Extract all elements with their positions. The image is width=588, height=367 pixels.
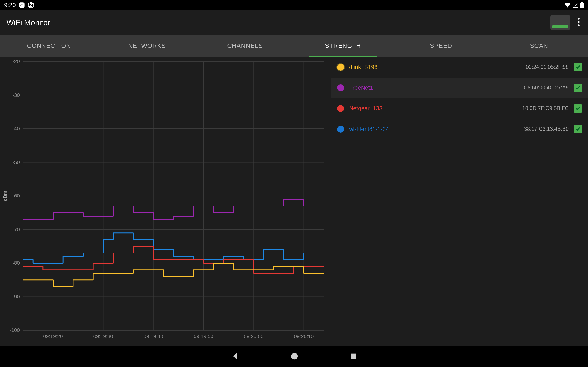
svg-text:09:19:40: 09:19:40: [144, 334, 163, 339]
svg-text:-100: -100: [10, 327, 20, 333]
network-row[interactable]: FreeNet1C8:60:00:4C:27:A5: [331, 77, 588, 98]
svg-text:-50: -50: [12, 159, 20, 165]
network-row[interactable]: Netgear_13310:0D:7F:C9:5B:FC: [331, 98, 588, 119]
svg-text:-30: -30: [12, 92, 20, 98]
tab-channels[interactable]: CHANNELS: [196, 35, 294, 57]
wifi-level-button[interactable]: [550, 15, 570, 30]
svg-point-8: [578, 24, 579, 26]
network-color-dot: [337, 64, 344, 71]
overflow-menu-button[interactable]: [576, 16, 582, 29]
network-color-dot: [337, 126, 344, 133]
network-mac: 10:0D:7F:C9:5B:FC: [522, 105, 569, 111]
wifi-icon: [564, 2, 571, 8]
svg-text:-40: -40: [12, 126, 20, 131]
svg-text:-20: -20: [12, 58, 20, 64]
strength-chart: -20-30-40-50-60-70-80-90-10009:19:2009:1…: [0, 57, 331, 346]
network-name: wl-ftl-mt81-1-24: [349, 126, 519, 132]
tab-scan[interactable]: SCAN: [490, 35, 588, 57]
battery-icon: [580, 2, 584, 8]
svg-point-7: [578, 21, 579, 23]
nav-recent-button[interactable]: [349, 352, 357, 361]
svg-rect-42: [351, 354, 356, 359]
svg-text:dBm: dBm: [2, 191, 8, 201]
app-title: WiFi Monitor: [6, 18, 50, 27]
tab-speed[interactable]: SPEED: [392, 35, 490, 57]
network-row[interactable]: wl-ftl-mt81-1-2438:17:C3:13:4B:B0: [331, 119, 588, 140]
svg-text:-80: -80: [12, 260, 20, 266]
network-color-dot: [337, 105, 344, 112]
svg-rect-5: [581, 2, 583, 3]
svg-text:-90: -90: [12, 294, 20, 300]
svg-point-1: [21, 6, 22, 7]
network-mac: 00:24:01:05:2F:98: [526, 64, 569, 70]
svg-point-6: [578, 18, 579, 20]
tab-bar: CONNECTIONNETWORKSCHANNELSSTRENGTHSPEEDS…: [0, 35, 588, 57]
network-visibility-checkbox[interactable]: [574, 84, 582, 92]
status-bar: 9:20: [0, 0, 588, 10]
network-row[interactable]: dlink_S19800:24:01:05:2F:98: [331, 57, 588, 77]
network-list: dlink_S19800:24:01:05:2F:98FreeNet1C8:60…: [331, 57, 588, 346]
tab-networks[interactable]: NETWORKS: [98, 35, 196, 57]
network-name: Netgear_133: [349, 105, 517, 112]
tab-connection[interactable]: CONNECTION: [0, 35, 98, 57]
status-time: 9:20: [4, 2, 16, 9]
tab-strength[interactable]: STRENGTH: [294, 35, 392, 57]
svg-text:09:19:30: 09:19:30: [94, 334, 113, 339]
svg-text:09:20:00: 09:20:00: [244, 334, 264, 339]
app-bar: WiFi Monitor: [0, 10, 588, 35]
signal-strength-chart: -20-30-40-50-60-70-80-90-10009:19:2009:1…: [0, 57, 331, 346]
svg-text:-60: -60: [12, 193, 20, 199]
content-area: -20-30-40-50-60-70-80-90-10009:19:2009:1…: [0, 57, 588, 346]
network-mac: C8:60:00:4C:27:A5: [524, 85, 569, 91]
network-visibility-checkbox[interactable]: [574, 104, 582, 113]
network-visibility-checkbox[interactable]: [574, 125, 582, 133]
nav-back-button[interactable]: [231, 352, 240, 361]
svg-point-41: [291, 353, 298, 360]
network-name: FreeNet1: [349, 84, 519, 91]
svg-rect-0: [19, 2, 24, 8]
network-visibility-checkbox[interactable]: [574, 63, 582, 71]
network-name: dlink_S198: [349, 64, 521, 70]
wifi-settings-icon: [19, 2, 25, 8]
svg-text:-70: -70: [12, 227, 20, 232]
nav-home-button[interactable]: [290, 352, 299, 361]
network-color-dot: [337, 84, 344, 91]
network-mac: 38:17:C3:13:4B:B0: [524, 126, 569, 132]
svg-rect-4: [580, 3, 584, 8]
svg-text:09:19:50: 09:19:50: [194, 334, 213, 339]
svg-text:09:19:20: 09:19:20: [43, 334, 63, 339]
system-nav-bar: [0, 346, 588, 367]
cell-signal-icon: [573, 2, 578, 8]
no-sync-icon: [28, 2, 34, 8]
svg-text:09:20:10: 09:20:10: [294, 334, 314, 339]
